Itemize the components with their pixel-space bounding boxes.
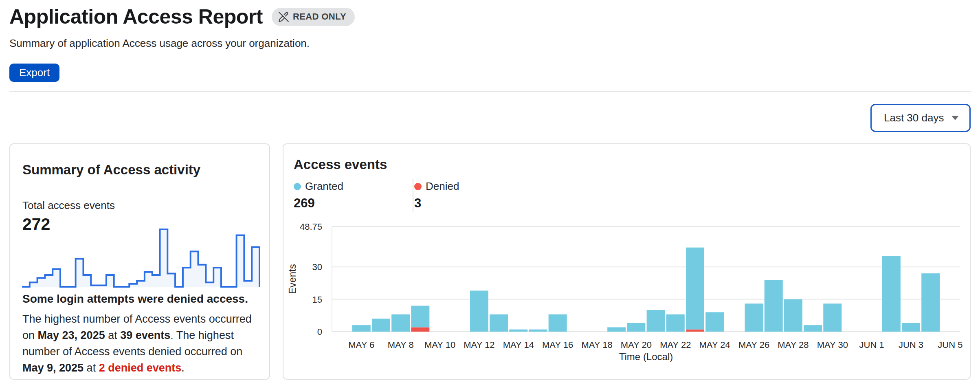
page-header: Application Access Report READ ONLY [9, 5, 971, 29]
svg-text:MAY 8: MAY 8 [388, 340, 414, 350]
header-divider [9, 91, 971, 92]
svg-text:30: 30 [312, 262, 322, 272]
svg-text:JUN 3: JUN 3 [899, 340, 923, 350]
denied-dot-icon [414, 183, 422, 190]
svg-text:0: 0 [317, 327, 322, 337]
svg-text:Time (Local): Time (Local) [619, 351, 673, 362]
summary-of-access-activity-card: Summary of Access activity Total access … [9, 143, 270, 380]
svg-text:MAY 28: MAY 28 [778, 340, 809, 350]
pencil-off-icon [278, 11, 289, 22]
time-range-dropdown[interactable]: Last 30 days [870, 104, 971, 132]
legend-item-denied: Denied 3 [403, 180, 459, 211]
access-events-card: Access events Granted 269 Denied 3 [283, 143, 971, 380]
svg-text:MAY 24: MAY 24 [699, 340, 730, 350]
svg-text:Events: Events [287, 264, 298, 294]
svg-text:MAY 6: MAY 6 [348, 340, 374, 350]
access-events-chart[interactable]: 0153048.75MAY 6MAY 8MAY 10MAY 12MAY 14MA… [283, 216, 972, 363]
read-only-badge-label: READ ONLY [293, 11, 346, 22]
svg-text:MAY 16: MAY 16 [542, 340, 573, 350]
filter-toolbar: Last 30 days [9, 104, 971, 132]
svg-text:MAY 18: MAY 18 [581, 340, 612, 350]
svg-text:MAY 14: MAY 14 [503, 340, 534, 350]
report-cards: Summary of Access activity Total access … [9, 143, 971, 380]
svg-text:MAY 30: MAY 30 [817, 340, 848, 350]
page-subtitle: Summary of application Access usage acro… [9, 37, 971, 50]
export-button[interactable]: Export [9, 64, 59, 82]
svg-text:MAY 22: MAY 22 [660, 340, 691, 350]
legend-item-granted: Granted 269 [294, 180, 403, 211]
summary-card-title: Summary of Access activity [22, 162, 257, 178]
svg-text:MAY 10: MAY 10 [424, 340, 455, 350]
access-events-title: Access events [294, 157, 387, 172]
svg-text:MAY 12: MAY 12 [464, 340, 494, 350]
svg-text:48.75: 48.75 [300, 222, 322, 232]
svg-text:MAY 26: MAY 26 [738, 340, 769, 350]
legend-divider [413, 179, 413, 212]
summary-alert-text: Some login attempts were denied access. [22, 292, 259, 306]
denied-value: 3 [414, 196, 459, 211]
svg-text:JUN 1: JUN 1 [859, 340, 884, 350]
granted-dot-icon [294, 183, 301, 190]
application-access-report-page: Application Access Report READ ONLY Summ… [0, 5, 980, 380]
time-range-value: Last 30 days [884, 112, 944, 124]
granted-label: Granted [305, 180, 343, 193]
denied-label: Denied [426, 180, 459, 193]
chevron-down-icon [951, 116, 959, 120]
svg-text:15: 15 [312, 295, 322, 305]
svg-text:JUN 5: JUN 5 [938, 340, 962, 350]
read-only-badge: READ ONLY [272, 8, 355, 26]
summary-description: The highest number of Access events occu… [22, 311, 259, 376]
chart-legend: Granted 269 Denied 3 [294, 180, 459, 211]
granted-value: 269 [294, 196, 403, 211]
total-access-events-label: Total access events [22, 199, 257, 211]
svg-text:MAY 20: MAY 20 [621, 340, 652, 350]
access-activity-sparkline [22, 227, 262, 288]
page-title: Application Access Report [9, 5, 263, 29]
